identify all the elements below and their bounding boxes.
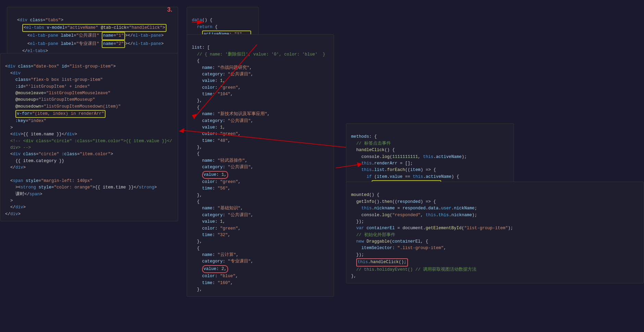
panel-4: list: [ // { name: '删除假日', value: '0', c… (187, 34, 334, 297)
label-3: 3. (167, 6, 172, 13)
panel-6: mounted() { getInfo().then((responded) =… (346, 182, 644, 283)
svg-marker-6 (179, 128, 184, 133)
panel-2: <div class="date-box" id="list-group-ite… (0, 53, 178, 221)
